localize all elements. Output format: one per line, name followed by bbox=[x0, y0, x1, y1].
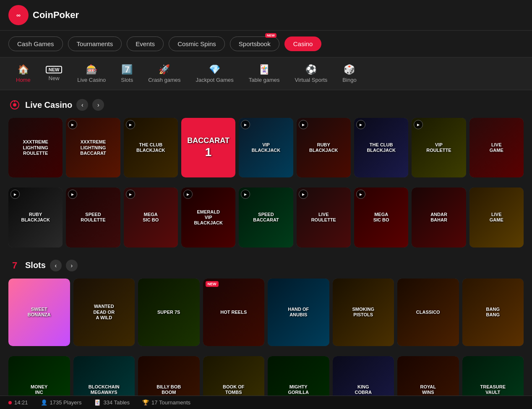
game-card-the-club-blackjack-2[interactable]: THE CLUBBLACKJACK▶ bbox=[354, 118, 408, 177]
home-icon: 🏠 bbox=[18, 64, 29, 75]
slots-next[interactable]: › bbox=[66, 260, 78, 271]
game-card-live-roulette-2[interactable]: LIVEROULETTE▶ bbox=[297, 188, 351, 247]
jackpot-icon: 💎 bbox=[209, 64, 220, 75]
new-game-badge: NEW bbox=[206, 281, 219, 287]
cat-jackpot-games[interactable]: 💎 Jackpot Games bbox=[188, 61, 241, 86]
status-dot-time bbox=[8, 401, 12, 404]
live-casino-title: Live Casino bbox=[25, 100, 72, 110]
logo-icon: ∞ bbox=[8, 5, 29, 25]
cat-new[interactable]: NEW New bbox=[38, 63, 70, 85]
players-icon: 👤 bbox=[41, 399, 47, 406]
new-label: NEW bbox=[46, 66, 63, 73]
game-card-baccarat-1[interactable]: BACCARAT1 bbox=[181, 118, 235, 177]
game-card-xxxtreme-lightning-baccarat[interactable]: XXXTREMELIGHTNINGBACCARAT▶ bbox=[66, 118, 120, 177]
live-casino-icon: 🎰 bbox=[86, 64, 97, 75]
cat-virtual-sports[interactable]: ⚽ Virtual Sports bbox=[287, 61, 335, 86]
cat-table-games[interactable]: 🃏 Table games bbox=[241, 61, 287, 86]
slots-section-icon: 7 bbox=[8, 259, 21, 272]
game-card-bang-bang[interactable]: BANGBANG bbox=[462, 279, 524, 346]
status-bar: 14:21 👤 1735 Players 🃏 334 Tables 🏆 17 T… bbox=[0, 396, 532, 409]
play-badge: ▶ bbox=[299, 120, 308, 129]
live-casino-row1: XXXTREMELIGHTNINGROULETTEXXXTREMELIGHTNI… bbox=[8, 118, 524, 177]
game-card-extra-live2[interactable]: LIVEGAME bbox=[469, 188, 524, 247]
main-content: Live Casino ‹ › XXXTREMELIGHTNINGROULETT… bbox=[0, 90, 532, 409]
svg-text:∞: ∞ bbox=[16, 12, 21, 18]
play-badge: ▶ bbox=[299, 190, 308, 199]
live-casino-row2: RUBYBLACKJACK▶SPEEDROULETTE▶MEGASIC BO▶E… bbox=[8, 188, 524, 247]
game-card-andar-bahar[interactable]: ANDARBAHAR bbox=[412, 188, 466, 247]
game-card-emerald-vip-blackjack[interactable]: EMERALDVIPBLACKJACK▶ bbox=[181, 188, 235, 247]
tables-icon: 🃏 bbox=[94, 399, 101, 406]
game-card-wanted-dead-or-wild[interactable]: WANTEDDEAD ORA WILD bbox=[73, 279, 135, 346]
cat-live-casino[interactable]: 🎰 Live Casino bbox=[70, 61, 113, 86]
nav-sportsbook[interactable]: Sportsbook NEW bbox=[230, 36, 279, 51]
cat-slots[interactable]: 7️⃣ Slots bbox=[113, 61, 141, 86]
slots-header: 7 Slots ‹ › bbox=[8, 259, 524, 272]
game-card-mega-sic-bo[interactable]: MEGASIC BO▶ bbox=[124, 188, 178, 247]
game-card-smoking-pistols[interactable]: SMOKINGPISTOLS bbox=[333, 279, 394, 346]
game-card-xxxtreme-lightning-roulette[interactable]: XXXTREMELIGHTNINGROULETTE bbox=[8, 118, 63, 177]
live-casino-header: Live Casino ‹ › bbox=[8, 99, 524, 111]
nav-casino[interactable]: Casino bbox=[284, 36, 322, 51]
game-card-hand-of-anubis[interactable]: HAND OFANUBIS bbox=[268, 279, 329, 346]
game-card-super-7s[interactable]: SUPER 7S bbox=[138, 279, 200, 346]
nav-events[interactable]: Events bbox=[127, 36, 164, 51]
logo[interactable]: ∞ CoinPoker bbox=[8, 5, 79, 25]
live-casino-prev[interactable]: ‹ bbox=[76, 99, 88, 111]
cat-crash-games[interactable]: 🚀 Crash games bbox=[141, 61, 188, 86]
nav-cash-games[interactable]: Cash Games bbox=[8, 36, 63, 51]
game-card-vip-blackjack[interactable]: VIPBLACKJACK▶ bbox=[239, 118, 293, 177]
play-badge: ▶ bbox=[126, 190, 135, 199]
play-badge: ▶ bbox=[126, 120, 135, 129]
crash-icon: 🚀 bbox=[159, 64, 170, 75]
status-players: 👤 1735 Players bbox=[41, 399, 82, 406]
nav-cosmic-spins[interactable]: Cosmic Spins bbox=[169, 36, 225, 51]
tournaments-icon: 🏆 bbox=[142, 399, 149, 406]
svg-point-3 bbox=[13, 103, 16, 107]
status-tournaments: 🏆 17 Tournaments bbox=[142, 399, 190, 406]
game-card-ruby-blackjack-2[interactable]: RUBYBLACKJACK▶ bbox=[8, 188, 63, 247]
logo-text: CoinPoker bbox=[33, 10, 79, 21]
live-casino-next[interactable]: › bbox=[92, 99, 104, 111]
game-card-sweet-bonanza[interactable]: SWEETBONANZA bbox=[8, 279, 70, 346]
slots-row1: SWEETBONANZAWANTEDDEAD ORA WILDSUPER 7SH… bbox=[8, 279, 524, 346]
slots-prev[interactable]: ‹ bbox=[50, 260, 62, 271]
play-badge: ▶ bbox=[356, 120, 365, 129]
live-casino-section-icon bbox=[8, 99, 21, 111]
virtual-sports-icon: ⚽ bbox=[305, 64, 317, 75]
slots-icon: 7️⃣ bbox=[121, 64, 133, 75]
game-card-extra-card1[interactable]: LIVEGAME bbox=[469, 118, 524, 177]
nav-bar: Cash Games Tournaments Events Cosmic Spi… bbox=[0, 31, 532, 57]
cat-bingo[interactable]: 🎲 Bingo bbox=[335, 61, 364, 86]
category-bar: 🏠 Home NEW New 🎰 Live Casino 7️⃣ Slots 🚀… bbox=[0, 57, 532, 90]
game-card-classico[interactable]: CLASSICO bbox=[397, 279, 459, 346]
status-tables: 🃏 334 Tables bbox=[94, 399, 130, 406]
game-card-ruby-blackjack[interactable]: RUBYBLACKJACK▶ bbox=[297, 118, 351, 177]
sportsbook-new-badge: NEW bbox=[265, 33, 276, 38]
game-card-mega-sic-bo-2[interactable]: MEGASIC BO▶ bbox=[354, 188, 408, 247]
status-time: 14:21 bbox=[8, 399, 28, 406]
slots-title: Slots bbox=[25, 261, 46, 270]
nav-tournaments[interactable]: Tournaments bbox=[68, 36, 122, 51]
header: ∞ CoinPoker bbox=[0, 0, 532, 31]
cat-home[interactable]: 🏠 Home bbox=[8, 61, 38, 86]
game-card-hot-reels[interactable]: HOT REELSNEW bbox=[203, 279, 265, 346]
game-card-vip-roulette[interactable]: VIPROULETTE▶ bbox=[412, 118, 466, 177]
game-card-speed-baccarat[interactable]: SPEEDBACCARAT▶ bbox=[239, 188, 293, 247]
bingo-icon: 🎲 bbox=[344, 64, 355, 75]
table-icon: 🃏 bbox=[258, 64, 270, 75]
game-card-speed-roulette[interactable]: SPEEDROULETTE▶ bbox=[66, 188, 120, 247]
game-card-the-club-blackjack[interactable]: THE CLUBBLACKJACK▶ bbox=[124, 118, 178, 177]
